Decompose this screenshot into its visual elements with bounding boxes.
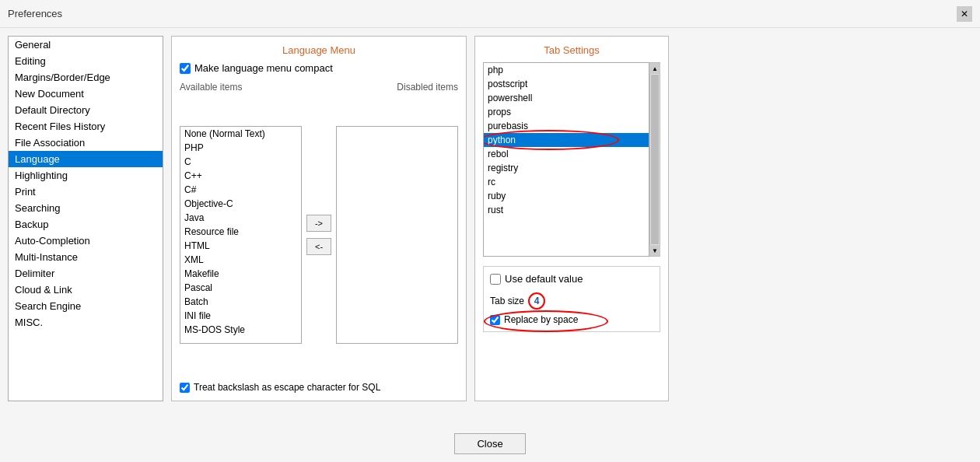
tab-list-item[interactable]: postscript [484,77,649,91]
arrow-buttons: -> <- [306,215,331,255]
list-item[interactable]: MS-DOS Style [180,323,301,337]
tab-size-label: Tab size [490,296,524,306]
tab-list-item[interactable]: props [484,105,649,119]
use-default-label: Use default value [505,273,583,285]
title-bar: Preferences ✕ [0,0,980,28]
sidebar-item[interactable]: Backup [9,216,163,233]
sidebar-item[interactable]: Searching [9,200,163,216]
close-button[interactable]: Close [454,433,525,454]
main-content: GeneralEditingMargins/Border/EdgeNew Doc… [0,28,980,421]
list-item[interactable]: Java [180,211,301,225]
list-item[interactable]: PHP [180,141,301,155]
sidebar-item[interactable]: Multi-Instance [9,249,163,265]
list-item[interactable]: HTML [180,239,301,253]
scroll-up-button[interactable]: ▲ [649,63,660,74]
list-item[interactable]: XML [180,253,301,267]
sidebar-item[interactable]: Delimiter [9,265,163,282]
backslash-checkbox[interactable] [180,383,190,393]
list-item[interactable]: Objective-C [180,197,301,211]
tab-list-item[interactable]: registry [484,161,649,175]
list-item[interactable]: C# [180,183,301,197]
tab-list-item[interactable]: rust [484,203,649,217]
tab-settings-title: Tab Settings [483,44,660,56]
preferences-window: Preferences ✕ GeneralEditingMargins/Bord… [0,0,980,462]
title-bar-left: Preferences [8,8,62,19]
list-item[interactable]: Pascal [180,281,301,295]
backslash-checkbox-row: Treat backslash as escape character for … [180,382,458,393]
tab-list-item[interactable]: python [484,133,649,147]
items-header-row: Available items Disabled items [180,82,458,93]
tab-list-item[interactable]: php [484,63,649,77]
sidebar-item[interactable]: Margins/Border/Edge [9,69,163,86]
sidebar-item[interactable]: Cloud & Link [9,282,163,298]
move-right-button[interactable]: -> [306,215,331,232]
tab-size-row: Tab size 4 [490,292,653,310]
list-item[interactable]: C++ [180,169,301,183]
use-default-checkbox[interactable] [490,274,501,285]
compact-checkbox[interactable] [180,63,191,74]
scroll-thumb [651,75,659,244]
footer: Close [0,421,980,462]
available-items-list[interactable]: None (Normal Text)PHPCC++C#Objective-CJa… [180,126,302,344]
sidebar-item[interactable]: Editing [9,53,163,69]
sidebar-item[interactable]: Auto-Completion [9,233,163,249]
sidebar-item[interactable]: New Document [9,86,163,102]
tab-list-item[interactable]: rebol [484,147,649,161]
lists-row: None (Normal Text)PHPCC++C#Objective-CJa… [180,96,458,374]
move-left-button[interactable]: <- [306,238,331,255]
use-default-row: Use default value [490,273,653,285]
scroll-down-button[interactable]: ▼ [649,245,660,256]
replace-label: Replace by space [504,314,578,325]
sidebar-item[interactable]: Default Directory [9,102,163,118]
tab-settings-panel: Tab Settings phppostscriptpowershellprop… [474,36,669,401]
replace-row: Replace by space [490,314,653,325]
disabled-items-list[interactable] [336,126,458,344]
sidebar-item[interactable]: Print [9,184,163,200]
tab-list-item[interactable]: purebasis [484,119,649,133]
disabled-label: Disabled items [397,82,458,93]
language-menu-panel: Language Menu Make language menu compact… [171,36,467,401]
list-item[interactable]: Makefile [180,267,301,281]
tab-options-box: Use default value Tab size 4 Replace by … [483,266,660,332]
list-item[interactable]: C [180,155,301,169]
list-item[interactable]: Batch [180,295,301,309]
sidebar-item[interactable]: MISC. [9,314,163,331]
sidebar-item[interactable]: File Association [9,135,163,151]
tab-list-item[interactable]: ruby [484,189,649,203]
sidebar: GeneralEditingMargins/Border/EdgeNew Doc… [8,36,163,401]
sidebar-item[interactable]: General [9,37,163,53]
replace-checkbox[interactable] [490,315,500,325]
sidebar-item[interactable]: Recent Files History [9,118,163,135]
tab-list-scrollbar[interactable]: ▲ ▼ [649,62,660,257]
compact-label: Make language menu compact [194,62,333,74]
list-item[interactable]: INI file [180,309,301,323]
compact-checkbox-row: Make language menu compact [180,62,458,74]
window-title: Preferences [8,8,62,19]
language-menu-title: Language Menu [180,44,458,56]
sidebar-item[interactable]: Search Engine [9,298,163,314]
sidebar-item[interactable]: Highlighting [9,167,163,184]
backslash-label: Treat backslash as escape character for … [194,382,380,393]
list-item[interactable]: None (Normal Text) [180,127,301,141]
close-window-button[interactable]: ✕ [957,6,972,22]
list-item[interactable]: Resource file [180,225,301,239]
right-spacer [677,36,972,413]
tab-list-item[interactable]: powershell [484,91,649,105]
available-label: Available items [180,82,242,93]
tab-list-item[interactable]: rc [484,175,649,189]
sidebar-item[interactable]: Language [9,151,163,167]
tab-language-list[interactable]: phppostscriptpowershellpropspurebasispyt… [483,62,649,257]
tab-size-value: 4 [528,292,545,310]
